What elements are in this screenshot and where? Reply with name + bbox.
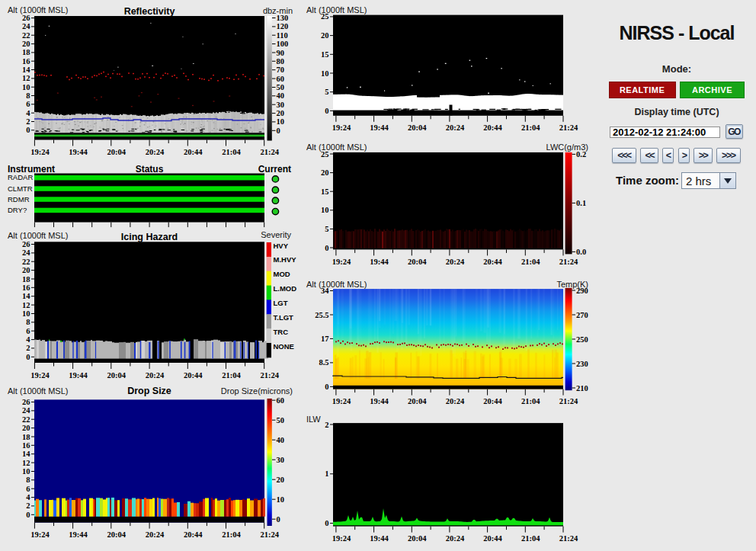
- svg-text:24: 24: [22, 406, 30, 415]
- svg-text:22: 22: [22, 258, 30, 266]
- svg-text:20: 20: [22, 266, 30, 274]
- svg-text:20:44: 20:44: [184, 371, 203, 380]
- svg-text:10: 10: [321, 206, 329, 214]
- svg-text:14: 14: [22, 66, 30, 74]
- svg-text:21:04: 21:04: [521, 397, 540, 405]
- svg-text:12: 12: [22, 74, 30, 82]
- svg-text:RDMR: RDMR: [8, 195, 30, 203]
- svg-text:TRC: TRC: [274, 328, 289, 336]
- svg-text:22: 22: [22, 31, 30, 40]
- svg-text:19:44: 19:44: [370, 123, 389, 132]
- svg-text:19:44: 19:44: [370, 397, 389, 405]
- svg-text:90: 90: [277, 49, 285, 57]
- svg-text:10: 10: [277, 117, 285, 126]
- svg-text:0: 0: [325, 244, 328, 252]
- svg-text:DRY?: DRY?: [8, 206, 27, 214]
- svg-text:19:24: 19:24: [30, 371, 50, 380]
- svg-text:T.LGT: T.LGT: [274, 313, 294, 322]
- svg-text:20: 20: [277, 476, 285, 484]
- svg-text:6: 6: [26, 100, 30, 108]
- svg-text:30: 30: [277, 101, 285, 109]
- svg-text:270: 270: [576, 311, 588, 319]
- svg-text:L.MOD: L.MOD: [274, 284, 297, 293]
- svg-text:20:24: 20:24: [146, 530, 165, 539]
- svg-text:210: 210: [576, 384, 588, 392]
- svg-text:22: 22: [22, 415, 30, 424]
- svg-text:Drop Size(microns): Drop Size(microns): [221, 386, 293, 396]
- svg-text:19:44: 19:44: [69, 148, 88, 156]
- svg-text:12: 12: [22, 301, 30, 309]
- svg-text:19:44: 19:44: [69, 530, 88, 539]
- svg-text:0: 0: [277, 515, 280, 524]
- svg-text:Icing Hazard: Icing Hazard: [121, 232, 178, 242]
- svg-text:2: 2: [325, 421, 328, 429]
- svg-text:60: 60: [277, 75, 285, 83]
- svg-text:26: 26: [22, 398, 30, 406]
- svg-text:20:04: 20:04: [408, 397, 427, 405]
- svg-text:0.0: 0.0: [576, 248, 586, 256]
- svg-text:2: 2: [26, 117, 30, 126]
- svg-text:Status: Status: [136, 164, 164, 175]
- svg-text:8: 8: [26, 91, 30, 100]
- svg-text:20: 20: [22, 424, 30, 432]
- svg-text:19:24: 19:24: [332, 123, 351, 132]
- svg-text:250: 250: [576, 335, 588, 344]
- svg-text:8.5: 8.5: [319, 358, 328, 367]
- svg-text:0: 0: [26, 353, 30, 361]
- svg-text:100: 100: [277, 40, 289, 48]
- svg-text:10: 10: [22, 83, 30, 91]
- svg-text:4: 4: [26, 493, 30, 501]
- svg-text:40: 40: [277, 436, 285, 444]
- svg-text:2: 2: [26, 344, 30, 352]
- svg-text:Alt (1000ft MSL): Alt (1000ft MSL): [8, 5, 68, 14]
- svg-text:21:04: 21:04: [222, 371, 241, 380]
- svg-text:18: 18: [22, 433, 30, 441]
- svg-text:RADAR: RADAR: [8, 173, 33, 181]
- svg-text:6: 6: [26, 485, 30, 493]
- svg-text:0.2: 0.2: [576, 150, 586, 159]
- svg-text:12: 12: [22, 459, 30, 467]
- svg-text:Drop Size: Drop Size: [127, 386, 171, 396]
- svg-text:Instrument: Instrument: [8, 164, 55, 175]
- svg-text:21:24: 21:24: [559, 258, 578, 266]
- svg-text:MOD: MOD: [274, 270, 290, 278]
- svg-text:230: 230: [576, 360, 588, 368]
- svg-text:HVY: HVY: [274, 242, 289, 250]
- svg-text:0: 0: [26, 511, 30, 519]
- svg-text:40: 40: [277, 91, 285, 100]
- svg-text:20:24: 20:24: [446, 123, 465, 132]
- svg-text:14: 14: [22, 450, 30, 458]
- svg-text:4: 4: [26, 335, 30, 344]
- svg-text:0: 0: [277, 127, 280, 135]
- svg-text:20:24: 20:24: [146, 148, 165, 156]
- svg-text:20:04: 20:04: [408, 258, 427, 266]
- svg-text:20:44: 20:44: [483, 397, 502, 405]
- svg-text:NONE: NONE: [274, 342, 294, 351]
- svg-text:20:04: 20:04: [408, 534, 427, 543]
- svg-text:19:24: 19:24: [30, 530, 50, 539]
- svg-text:24: 24: [22, 22, 30, 30]
- svg-text:25.5: 25.5: [315, 311, 328, 319]
- svg-text:19:24: 19:24: [30, 148, 50, 156]
- svg-text:ILW: ILW: [306, 415, 321, 424]
- svg-text:5: 5: [325, 88, 328, 96]
- svg-text:80: 80: [277, 57, 285, 66]
- svg-text:0: 0: [26, 126, 30, 134]
- svg-text:60: 60: [277, 396, 285, 405]
- svg-text:Alt (1000ft MSL): Alt (1000ft MSL): [8, 231, 68, 240]
- svg-text:Alt (1000ft MSL): Alt (1000ft MSL): [306, 280, 367, 289]
- svg-text:20: 20: [321, 31, 329, 40]
- svg-text:20:44: 20:44: [184, 530, 203, 539]
- svg-text:290: 290: [576, 287, 588, 295]
- svg-text:20: 20: [277, 109, 285, 117]
- svg-text:Current: Current: [258, 164, 291, 175]
- svg-text:19:44: 19:44: [370, 534, 389, 543]
- svg-text:17: 17: [321, 335, 329, 343]
- svg-text:26: 26: [22, 240, 30, 248]
- svg-text:Alt (1000ft MSL): Alt (1000ft MSL): [306, 5, 367, 14]
- svg-text:120: 120: [277, 22, 289, 30]
- svg-text:20:24: 20:24: [446, 397, 465, 405]
- svg-text:CLMTR: CLMTR: [8, 184, 33, 193]
- svg-text:20:24: 20:24: [146, 371, 165, 380]
- svg-text:20:04: 20:04: [107, 371, 127, 380]
